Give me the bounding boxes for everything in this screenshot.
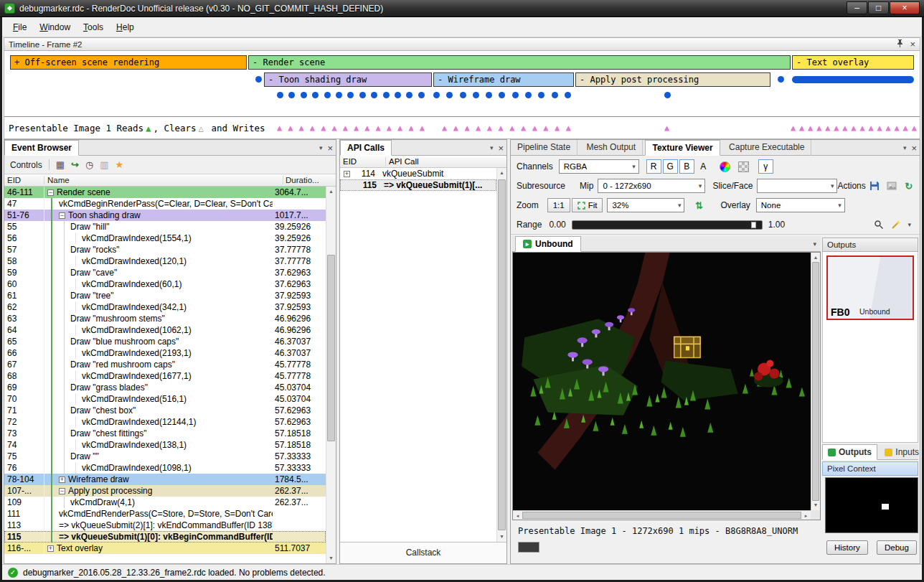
maximize-button[interactable]: □ [868, 1, 889, 14]
goto-eid-icon[interactable]: ↪ [71, 160, 79, 170]
pixel-context-view[interactable] [825, 477, 918, 533]
draw-marker-dot[interactable] [512, 92, 519, 98]
draw-marker-dot[interactable] [255, 76, 262, 83]
scroll-up-icon[interactable]: ▲ [326, 187, 336, 197]
event-row[interactable]: 109vkCmdDraw(4,1)262.37... [4, 497, 326, 508]
bookmark-icon[interactable]: ★ [116, 160, 124, 170]
event-row[interactable]: 75Draw ""57.33333 [4, 451, 326, 462]
draw-marker-dot[interactable] [277, 92, 283, 98]
menu-item-window[interactable]: Window [33, 19, 77, 35]
event-row[interactable]: 56vkCmdDrawIndexed(1554,1)39.25926 [4, 233, 326, 244]
draw-marker-dot[interactable] [486, 92, 492, 98]
save-icon[interactable] [866, 179, 883, 193]
zoom-dropdown[interactable]: 32% ▾ [607, 198, 684, 212]
mip-dropdown[interactable]: 0 - 1272x690 ▾ [598, 179, 705, 193]
close-panel-icon[interactable]: × [911, 143, 917, 154]
texture-display-area[interactable]: ▲ ▼ ◂ ▸ [512, 252, 821, 520]
close-button[interactable]: × [890, 1, 920, 14]
channel-red-button[interactable]: R [646, 159, 661, 174]
channels-dropdown[interactable]: RGBA ▾ [559, 159, 639, 174]
scroll-left-icon[interactable]: ◂ [513, 511, 522, 520]
draw-marker-dot[interactable] [473, 92, 479, 98]
scrollbar-vertical[interactable]: ▲ ▼ [326, 187, 336, 563]
tab-pipeline-state[interactable]: Pipeline State [511, 140, 578, 156]
toolbar-overflow-icon[interactable]: ▾ [908, 221, 911, 228]
draw-marker-dot[interactable] [301, 92, 307, 98]
history-button[interactable]: History [826, 540, 868, 555]
scrollbar-thumb[interactable] [522, 512, 801, 519]
scroll-up-icon[interactable]: ▲ [497, 168, 506, 178]
checkerboard-icon[interactable] [735, 159, 753, 174]
column-name[interactable]: Name [44, 176, 283, 184]
draw-marker-dot[interactable] [446, 92, 453, 98]
draw-marker-dot[interactable] [371, 92, 377, 98]
tab-inputs[interactable]: Inputs [880, 444, 924, 460]
chevron-down-icon[interactable]: ▾ [319, 144, 323, 151]
draw-marker-dot[interactable] [359, 92, 366, 98]
texture-image[interactable] [513, 253, 811, 510]
scrollbar-thumb[interactable] [498, 179, 506, 530]
close-panel-icon[interactable]: × [910, 40, 915, 49]
event-row[interactable]: 46-111−Render scene3064.7... [4, 187, 326, 198]
flip-y-icon[interactable]: ⇅ [690, 198, 707, 212]
gamma-button[interactable]: γ [758, 159, 773, 174]
draw-marker-dot[interactable] [312, 92, 319, 98]
range-handle[interactable] [751, 222, 756, 228]
draw-marker-dot[interactable] [418, 92, 425, 98]
expander-icon[interactable]: − [47, 189, 54, 196]
fit-button[interactable]: Fit [572, 198, 603, 212]
export-image-icon[interactable] [883, 179, 900, 193]
event-row[interactable]: 107-...−Apply post processing262.37... [4, 485, 326, 497]
draw-marker-dot[interactable] [552, 92, 558, 98]
texture-scrollbar-horizontal[interactable]: ◂ ▸ [513, 510, 811, 520]
event-row[interactable]: 71Draw "chest box"57.62963 [4, 405, 326, 416]
draw-marker-dot[interactable] [288, 92, 295, 98]
timeline-header[interactable]: Timeline - Frame #2 × [4, 37, 920, 51]
refresh-icon[interactable]: ↻ [900, 179, 918, 193]
expander-icon[interactable]: − [59, 488, 65, 494]
timeline-block-wireframe[interactable]: - Wireframe draw [433, 72, 574, 87]
draw-marker-dot[interactable] [525, 92, 532, 98]
menu-item-help[interactable]: Help [110, 19, 141, 35]
draw-marker-dot[interactable] [460, 92, 466, 98]
event-row[interactable]: 70vkCmdDrawIndexed(516,1)45.03704 [4, 393, 326, 405]
timeline-track[interactable]: + Off-screen scene rendering - Render sc… [4, 51, 920, 139]
event-row[interactable]: 67Draw "red mushroom caps"45.77778 [4, 359, 326, 370]
draw-marker-dot[interactable] [433, 92, 440, 98]
event-row[interactable]: 62vkCmdDrawIndexed(342,1)37.92593 [4, 301, 326, 313]
timeline-block-render-scene[interactable]: - Render scene [248, 55, 791, 70]
draw-marker-dot[interactable] [347, 92, 354, 98]
timeline-block-toon-shading[interactable]: - Toon shading draw [264, 72, 432, 87]
event-row[interactable]: 65Draw "blue mushroom caps"46.37037 [4, 336, 326, 347]
event-row[interactable]: 59Draw "cave"37.62963 [4, 267, 326, 278]
event-row[interactable]: 55Draw "hill"39.25926 [4, 221, 326, 233]
column-api-call[interactable]: API Call [386, 157, 506, 166]
timeline-block-offscreen[interactable]: + Off-screen scene rendering [10, 55, 247, 70]
channel-blue-button[interactable]: B [679, 159, 694, 174]
event-row[interactable]: 78-104+Wireframe draw1784.5... [4, 474, 326, 485]
expander-icon[interactable]: + [59, 477, 65, 483]
tab-mesh-output[interactable]: Mesh Output [580, 140, 643, 156]
column-eid[interactable]: EID [340, 157, 386, 166]
framebuffer-thumbnail-fb0[interactable]: FB0 Unbound [826, 255, 914, 320]
slice-face-dropdown[interactable]: ▾ [757, 179, 837, 193]
event-row[interactable]: 60vkCmdDrawIndexed(60,1)37.62963 [4, 278, 326, 290]
draw-marker-dot[interactable] [664, 92, 671, 98]
draw-marker-dot[interactable] [383, 92, 390, 98]
draw-marker-dot[interactable] [778, 76, 784, 83]
draw-marker-dot[interactable] [336, 92, 342, 98]
event-row[interactable]: 66vkCmdDrawIndexed(2193,1)46.37037 [4, 347, 326, 359]
callstack-section[interactable]: Callstack [340, 542, 506, 563]
menu-item-tools[interactable]: Tools [77, 19, 110, 35]
event-row[interactable]: 111vkCmdEndRenderPass(C=Store, D=Store, … [4, 508, 326, 520]
chevron-down-icon[interactable]: ▾ [490, 144, 494, 151]
scroll-down-icon[interactable]: ▼ [811, 500, 820, 510]
zoom-one-to-one-button[interactable]: 1:1 [547, 198, 570, 212]
close-panel-icon[interactable]: × [327, 143, 333, 154]
tab-texture-viewer[interactable]: Texture Viewer [645, 140, 720, 156]
tab-outputs[interactable]: Outputs [822, 444, 877, 460]
close-panel-icon[interactable]: × [498, 143, 504, 154]
event-row[interactable]: 69Draw "grass blades"45.03704 [4, 382, 326, 393]
debug-button[interactable]: Debug [877, 540, 917, 555]
event-row[interactable]: 47vkCmdBeginRenderPass(C=Clear, D=Clear,… [4, 198, 326, 210]
